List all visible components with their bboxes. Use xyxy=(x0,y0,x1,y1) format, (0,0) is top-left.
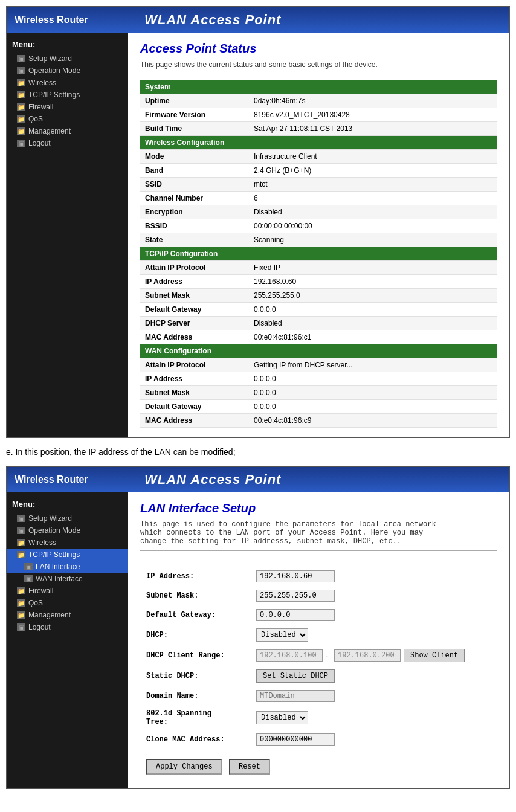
row-value: 00:00:00:00:00:00 xyxy=(249,219,497,233)
section-header: Wireless Configuration xyxy=(140,136,497,150)
range-dash: - xyxy=(326,651,328,660)
table-row: Default Gateway0.0.0.0 xyxy=(140,400,497,414)
dhcp-label: DHCP: xyxy=(141,625,250,645)
panel1-header: Wireless Router WLAN Access Point xyxy=(7,7,509,33)
subnet-mask-row: Subnet Mask: xyxy=(141,587,495,605)
row-label: SSID xyxy=(140,178,249,192)
row-label: MAC Address xyxy=(140,414,249,428)
row-value: 0.0.0.0 xyxy=(249,303,497,317)
row-value: 0day:0h:46m:7s xyxy=(249,94,497,108)
dhcp-range-row: DHCP Client Range: - Show Client xyxy=(141,646,495,665)
clone-mac-input[interactable] xyxy=(256,733,335,746)
table-row: MAC Address00:e0:4c:81:96:c1 xyxy=(140,330,497,344)
default-gateway-input[interactable] xyxy=(256,609,335,621)
page-icon: ▣ xyxy=(24,563,33,570)
sidebar-item-wireless[interactable]: 📁 Wireless xyxy=(7,77,128,89)
sidebar-item-management[interactable]: 📁 Management xyxy=(7,125,128,137)
row-value: 0.0.0.0 xyxy=(249,386,497,400)
show-client-button[interactable]: Show Client xyxy=(404,649,465,662)
row-label: DHCP Server xyxy=(140,317,249,330)
ip-address-row: IP Address: xyxy=(141,567,495,585)
subnet-mask-input[interactable] xyxy=(256,590,335,602)
panel1-body: Menu: ▣ Setup Wizard ▣ Operation Mode 📁 … xyxy=(7,33,509,437)
p2-sidebar-item-management[interactable]: 📁 Management xyxy=(7,609,128,621)
panel2-sidebar: Menu: ▣ Setup Wizard ▣ Operation Mode 📁 … xyxy=(7,492,128,788)
table-row: IP Address0.0.0.0 xyxy=(140,372,497,386)
folder-icon-active: 📁 xyxy=(17,551,25,558)
row-label: Mode xyxy=(140,150,249,164)
table-row: EncryptionDisabled xyxy=(140,205,497,219)
page-icon: ▣ xyxy=(17,55,25,62)
row-value: Fixed IP xyxy=(249,261,497,275)
folder-icon: 📁 xyxy=(17,79,25,86)
page-icon: ▣ xyxy=(17,624,25,631)
spanning-tree-select[interactable]: Disabled Enabled xyxy=(256,711,308,724)
domain-name-input[interactable] xyxy=(256,690,335,702)
table-row: Build TimeSat Apr 27 11:08:11 CST 2013 xyxy=(140,122,497,136)
dhcp-range-start-input[interactable] xyxy=(256,649,323,662)
table-row: DHCP ServerDisabled xyxy=(140,317,497,330)
p2-sidebar-item-lan[interactable]: ▣ LAN Interface xyxy=(7,561,128,573)
row-label: Band xyxy=(140,164,249,178)
panel2-content: LAN Interface Setup This page is used to… xyxy=(128,492,509,788)
sidebar-item-logout[interactable]: ▣ Logout xyxy=(7,137,128,149)
row-value: 255.255.255.0 xyxy=(249,289,497,303)
p2-sidebar-item-firewall[interactable]: 📁 Firewall xyxy=(7,585,128,597)
page-icon: ▣ xyxy=(17,515,25,522)
reset-button[interactable]: Reset xyxy=(229,759,270,775)
p2-sidebar-item-setup-wizard[interactable]: ▣ Setup Wizard xyxy=(7,512,128,524)
panel2: Wireless Router WLAN Access Point Menu: … xyxy=(6,466,510,789)
sidebar-item-tcpip[interactable]: 📁 TCP/IP Settings xyxy=(7,89,128,101)
row-value: Getting IP from DHCP server... xyxy=(249,358,497,372)
form-button-row: Apply Changes Reset xyxy=(141,750,495,778)
status-table: SystemUptime0day:0h:46m:7sFirmware Versi… xyxy=(140,80,497,428)
row-label: State xyxy=(140,233,249,247)
apply-changes-button[interactable]: Apply Changes xyxy=(146,759,222,775)
row-label: BSSID xyxy=(140,219,249,233)
table-row: Band2.4 GHz (B+G+N) xyxy=(140,164,497,178)
panel1-brand: Wireless Router xyxy=(15,14,135,25)
row-label: Attain IP Protocol xyxy=(140,261,249,275)
panel1-title: WLAN Access Point xyxy=(144,12,281,28)
table-row: IP Address192.168.0.60 xyxy=(140,275,497,289)
folder-icon: 📁 xyxy=(17,127,25,135)
row-value: Disabled xyxy=(249,205,497,219)
p2-sidebar-item-qos[interactable]: 📁 QoS xyxy=(7,597,128,609)
table-row: Uptime0day:0h:46m:7s xyxy=(140,94,497,108)
row-label: Firmware Version xyxy=(140,108,249,122)
sidebar-item-setup-wizard[interactable]: ▣ Setup Wizard xyxy=(7,53,128,65)
lan-form-table: IP Address: Subnet Mask: Default Gateway… xyxy=(140,566,497,779)
panel2-brand: Wireless Router xyxy=(15,474,135,485)
dhcp-row: DHCP: Disabled Enabled xyxy=(141,625,495,645)
clone-mac-label: Clone MAC Address: xyxy=(141,730,250,749)
lan-page-desc: This page is used to configure the param… xyxy=(140,520,497,551)
sidebar-item-operation-mode[interactable]: ▣ Operation Mode xyxy=(7,65,128,77)
sidebar-item-firewall[interactable]: 📁 Firewall xyxy=(7,101,128,113)
dhcp-range-end-input[interactable] xyxy=(334,649,401,662)
row-label: MAC Address xyxy=(140,330,249,344)
table-row: BSSID00:00:00:00:00:00 xyxy=(140,219,497,233)
ip-address-input[interactable] xyxy=(256,570,335,582)
p2-sidebar-item-tcpip[interactable]: 📁 TCP/IP Settings xyxy=(7,549,128,561)
p2-sidebar-item-wan[interactable]: ▣ WAN Interface xyxy=(7,573,128,585)
default-gateway-label: Default Gateway: xyxy=(141,606,250,624)
between-panels-text: e. In this position, the IP address of t… xyxy=(6,447,510,457)
p2-sidebar-item-operation-mode[interactable]: ▣ Operation Mode xyxy=(7,524,128,536)
set-static-dhcp-button[interactable]: Set Static DHCP xyxy=(256,669,335,683)
page-title: Access Point Status xyxy=(140,42,497,56)
section-header: System xyxy=(140,80,497,94)
p2-sidebar-item-wireless[interactable]: 📁 Wireless xyxy=(7,536,128,549)
sidebar-item-qos[interactable]: 📁 QoS xyxy=(7,113,128,125)
p2-sidebar-item-logout[interactable]: ▣ Logout xyxy=(7,621,128,633)
spanning-tree-label: 802.1d SpanningTree: xyxy=(141,706,250,729)
table-row: SSIDmtct xyxy=(140,178,497,192)
folder-icon: 📁 xyxy=(17,539,25,546)
dhcp-select[interactable]: Disabled Enabled xyxy=(256,628,308,642)
ip-address-label: IP Address: xyxy=(141,567,250,585)
table-row: Subnet Mask255.255.255.0 xyxy=(140,289,497,303)
row-label: Encryption xyxy=(140,205,249,219)
static-dhcp-row: Static DHCP: Set Static DHCP xyxy=(141,666,495,686)
row-value: 6 xyxy=(249,192,497,205)
row-label: Subnet Mask xyxy=(140,386,249,400)
folder-icon: 📁 xyxy=(17,115,25,123)
